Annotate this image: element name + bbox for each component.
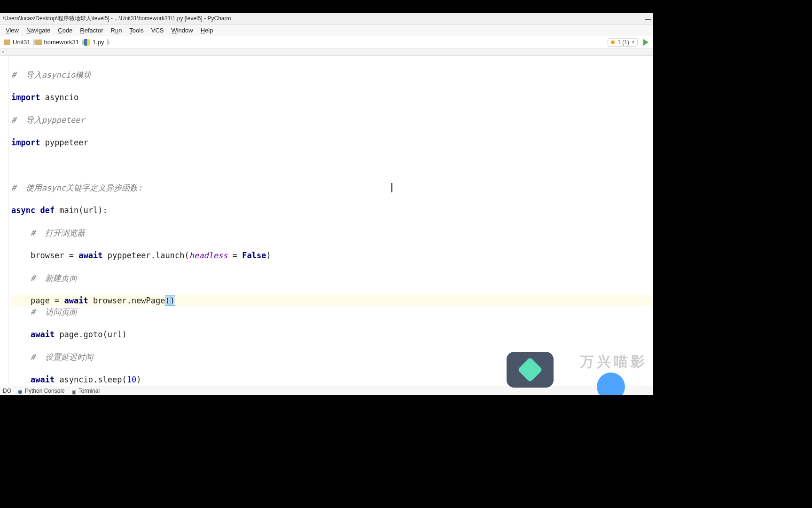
terminal-icon — [71, 389, 76, 393]
python-file-icon — [84, 39, 90, 46]
editor-area[interactable]: # 导入asyncio模块 import asyncio # 导入pyppete… — [0, 56, 653, 386]
menu-bar: View Navigate Code Refactor Run Tools VC… — [0, 24, 653, 36]
folder-icon — [4, 40, 10, 45]
menu-navigate[interactable]: Navigate — [23, 26, 54, 35]
text-cursor — [391, 183, 392, 192]
editor-gutter — [0, 56, 8, 386]
run-button[interactable] — [643, 39, 648, 46]
menu-window[interactable]: Window — [167, 26, 196, 35]
breadcrumb-unit31[interactable]: Unit31 — [2, 37, 33, 48]
tool-window-tabs: DO Python Console Terminal — [0, 386, 653, 395]
code-editor[interactable]: # 导入asyncio模块 import asyncio # 导入pyppete… — [8, 56, 653, 386]
wondershare-badge[interactable] — [507, 352, 554, 388]
python-icon — [18, 389, 23, 393]
breadcrumb-file[interactable]: 1.py — [82, 37, 107, 48]
folder-icon — [35, 40, 42, 45]
mascot-overlay — [597, 368, 653, 395]
editor-tab-strip: × — [0, 48, 653, 56]
warning-dot-icon — [611, 40, 615, 44]
chevron-down-icon: ▾ — [632, 40, 634, 45]
menu-view[interactable]: View — [2, 26, 23, 35]
window-title: \Users\lucas\Desktop\程序猿地球人\level5] - ..… — [3, 15, 645, 23]
inspection-indicator[interactable]: 1 (1) ▾ — [608, 38, 638, 47]
diamond-icon — [517, 357, 543, 382]
mascot-icon — [597, 373, 625, 395]
close-tab-icon[interactable]: × — [0, 49, 7, 55]
pycharm-window: \Users\lucas\Desktop\程序猿地球人\level5] - ..… — [0, 13, 653, 395]
tool-todo[interactable]: DO — [3, 388, 11, 394]
tool-python-console[interactable]: Python Console — [18, 388, 65, 394]
menu-run[interactable]: Run — [107, 26, 126, 35]
window-titlebar: \Users\lucas\Desktop\程序猿地球人\level5] - ..… — [0, 13, 653, 24]
breadcrumb-bar: Unit31 homework31 1.py 1 (1) ▾ — [0, 36, 653, 48]
breadcrumb-homework31[interactable]: homework31 — [33, 37, 82, 48]
menu-refactor[interactable]: Refactor — [76, 26, 107, 35]
minimize-icon[interactable]: — — [645, 15, 650, 23]
tool-terminal[interactable]: Terminal — [71, 388, 100, 394]
menu-code[interactable]: Code — [54, 26, 76, 35]
menu-vcs[interactable]: VCS — [148, 26, 168, 35]
menu-help[interactable]: Help — [197, 26, 217, 35]
window-controls: — — [645, 15, 650, 23]
menu-tools[interactable]: Tools — [125, 26, 147, 35]
